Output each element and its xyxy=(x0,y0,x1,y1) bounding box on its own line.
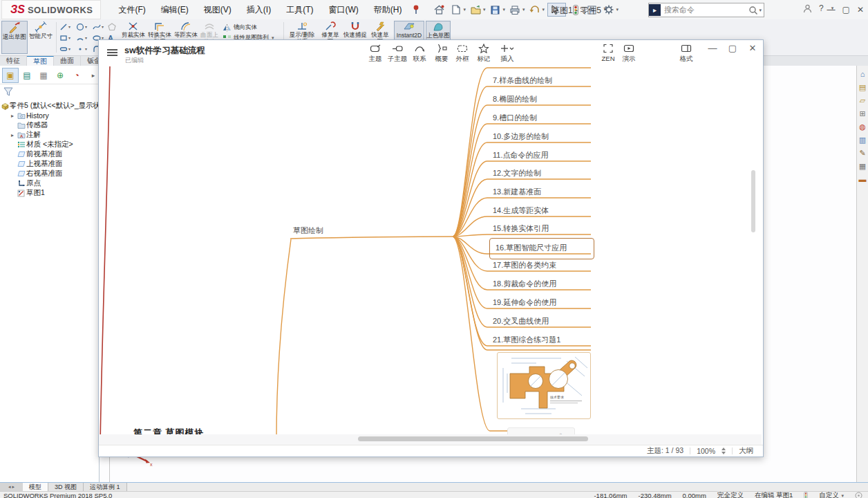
save-dropdown[interactable]: ▾ xyxy=(503,7,506,12)
undo-dropdown[interactable]: ▾ xyxy=(542,7,545,12)
tree-item-sensors[interactable]: 传感器 xyxy=(0,120,100,130)
tree-item-top-plane[interactable]: 上视基准面 xyxy=(0,159,100,169)
tab-features[interactable]: 特征 xyxy=(0,56,27,66)
trim-entities-button[interactable]: 剪裁实体 xyxy=(122,21,145,39)
user-account-icon[interactable] xyxy=(803,4,812,13)
menu-file[interactable]: 文件(F) xyxy=(119,4,146,16)
configurations-tab-icon[interactable]: ▦ xyxy=(35,68,52,83)
task-home-icon[interactable]: ⌂ xyxy=(860,70,865,78)
menu-icon[interactable] xyxy=(107,49,117,57)
toolbox-icon[interactable]: ⊞ xyxy=(859,109,865,118)
spline-tool[interactable]: ▾ xyxy=(93,21,108,32)
mindmap-topic[interactable]: 12.文字的绘制 xyxy=(493,168,541,178)
mindmap-minimize-button[interactable]: — xyxy=(705,42,720,55)
menu-help[interactable]: 帮助(H) xyxy=(374,4,402,16)
menu-view[interactable]: 视图(V) xyxy=(204,4,232,16)
file-explorer-icon[interactable]: ▱ xyxy=(860,96,865,104)
custom-dropdown[interactable]: 自定义 ▾ xyxy=(819,491,844,498)
menu-tools[interactable]: 工具(T) xyxy=(286,4,313,16)
drawing-thumbnail-node[interactable]: 技术要求 xyxy=(497,352,591,419)
mindmap-topic[interactable]: 8.椭圆的绘制 xyxy=(493,94,537,104)
tree-item-front-plane[interactable]: 前视基准面 xyxy=(0,149,100,159)
mindmap-topic[interactable]: 9.槽口的绘制 xyxy=(493,113,537,123)
mindmap-canvas[interactable]: 草图绘制 7.样条曲线的绘制 8.椭圆的绘制 9.槽口的绘制 10.多边形的绘制… xyxy=(99,66,762,445)
mindmap-close-button[interactable]: ✕ xyxy=(745,42,760,55)
tree-item-right-plane[interactable]: 右视基准面 xyxy=(0,169,100,178)
instant2d-button[interactable]: Instant2D xyxy=(394,21,424,40)
expander-icon[interactable]: ▸ xyxy=(8,113,17,119)
mindmap-maximize-button[interactable]: ▢ xyxy=(725,42,740,55)
mindmap-topic[interactable]: 15.转换实体引用 xyxy=(493,223,549,234)
minimize-button[interactable]: — xyxy=(827,5,836,15)
maximize-button[interactable]: ▢ xyxy=(842,5,850,15)
polygon-tool[interactable] xyxy=(108,21,123,32)
mindmap-topic[interactable]: 18.剪裁命令的使用 xyxy=(493,279,556,289)
status-expand-icon[interactable] xyxy=(855,492,862,498)
open-button[interactable] xyxy=(469,3,482,16)
featuremanager-tab-icon[interactable]: ▣ xyxy=(2,68,19,83)
panel-splitter[interactable] xyxy=(109,456,110,482)
panel-tab-arrow-icon[interactable]: ▸ xyxy=(85,68,100,83)
horizontal-scrollbar-thumb[interactable] xyxy=(358,436,588,441)
menu-window[interactable]: 窗口(W) xyxy=(329,4,359,16)
print-button[interactable] xyxy=(508,3,522,16)
pack-and-go-icon[interactable]: ▬ xyxy=(859,175,867,183)
tree-item-origin[interactable]: 原点 xyxy=(0,178,100,188)
home-button[interactable] xyxy=(433,3,446,16)
outline-button[interactable]: 大纲 xyxy=(739,446,753,456)
undo-button[interactable] xyxy=(528,3,542,16)
search-icon[interactable] xyxy=(748,6,758,15)
exit-sketch-button[interactable]: 退出草图 xyxy=(1,21,28,54)
help-button[interactable]: ? xyxy=(819,3,824,13)
tree-item-sketch1[interactable]: 草图1 xyxy=(0,188,100,198)
save-button[interactable] xyxy=(489,3,502,16)
mindmap-topic[interactable]: 13.新建基准面 xyxy=(493,187,541,197)
mindmap-topic[interactable]: 20.交叉曲线使用 xyxy=(493,316,549,326)
menu-edit[interactable]: 编辑(E) xyxy=(161,4,189,16)
tab-surfaces[interactable]: 曲面 xyxy=(54,56,81,66)
mindmap-topic[interactable]: 14.生成等距实体 xyxy=(493,205,549,216)
format-panel-button[interactable]: 格式 xyxy=(672,44,700,64)
offset-entities-button[interactable]: 等距实体 xyxy=(174,21,198,39)
rectangle-tool[interactable]: ▾ xyxy=(59,33,75,43)
vertical-scrollbar-thumb[interactable] xyxy=(751,170,755,232)
close-button[interactable]: ✕ xyxy=(857,5,864,15)
new-document-button[interactable] xyxy=(449,3,463,16)
propertymanager-tab-icon[interactable]: ▤ xyxy=(19,68,35,83)
quick-snaps-button[interactable]: 快速捕捉 xyxy=(343,21,367,39)
dimxpert-tab-icon[interactable]: ⊕ xyxy=(52,68,68,83)
circle-tool[interactable]: ▾ xyxy=(76,21,91,32)
mindmap-topic[interactable]: 19.延伸命令的使用 xyxy=(493,297,556,308)
tree-item-history[interactable]: ▸ History xyxy=(0,111,100,120)
slot-tool[interactable]: ▾ xyxy=(59,44,75,54)
point-tool[interactable]: ▾ xyxy=(76,44,91,54)
branch-node[interactable]: 草图绘制 xyxy=(293,225,323,236)
appearances-icon[interactable]: ◍ xyxy=(859,122,866,131)
forum-icon[interactable]: ▦ xyxy=(859,162,866,170)
search-input[interactable]: 搜索命令 xyxy=(661,5,748,15)
mindmap-topic[interactable]: 17.草图的各类约束 xyxy=(493,260,556,270)
custom-properties-icon[interactable]: ✎ xyxy=(859,149,865,157)
menu-insert[interactable]: 插入(I) xyxy=(247,4,271,16)
options-dropdown[interactable]: ▾ xyxy=(616,7,619,12)
tree-root-part[interactable]: 零件5 (默认<<默认>_显示状态 1> xyxy=(0,101,99,111)
appearances-tab-icon[interactable]: ◔ xyxy=(68,68,85,83)
expander-icon[interactable]: ▸ xyxy=(8,132,17,138)
mindmap-topic-selected[interactable]: 16.草图智能尺寸应用 xyxy=(496,243,567,253)
mindmap-topic[interactable]: 10.多边形的绘制 xyxy=(493,131,549,142)
tree-item-material[interactable]: 材质 <未指定> xyxy=(0,140,100,149)
line-tool[interactable]: ▾ xyxy=(59,21,75,32)
new-document-dropdown[interactable]: ▾ xyxy=(464,7,466,12)
presentation-button[interactable]: 演示 xyxy=(615,44,643,64)
tab-sketch[interactable]: 草图 xyxy=(27,56,54,66)
insert-button[interactable]: 插入 xyxy=(493,44,521,64)
tree-item-annotations[interactable]: ▸ A 注解 xyxy=(0,130,100,140)
view-palette-icon[interactable]: ▥ xyxy=(859,136,866,144)
zoom-level[interactable]: 100% xyxy=(697,447,715,455)
mirror-entities-button[interactable]: 镜向实体 xyxy=(223,24,257,32)
filter-funnel-icon[interactable] xyxy=(3,87,13,96)
open-dropdown[interactable]: ▾ xyxy=(483,7,486,12)
mindmap-topic[interactable]: 11.点命令的应用 xyxy=(493,150,548,160)
search-dropdown[interactable]: ▾ xyxy=(759,8,762,13)
command-search-box[interactable]: ▸ 搜索命令 ▾ xyxy=(648,3,764,17)
